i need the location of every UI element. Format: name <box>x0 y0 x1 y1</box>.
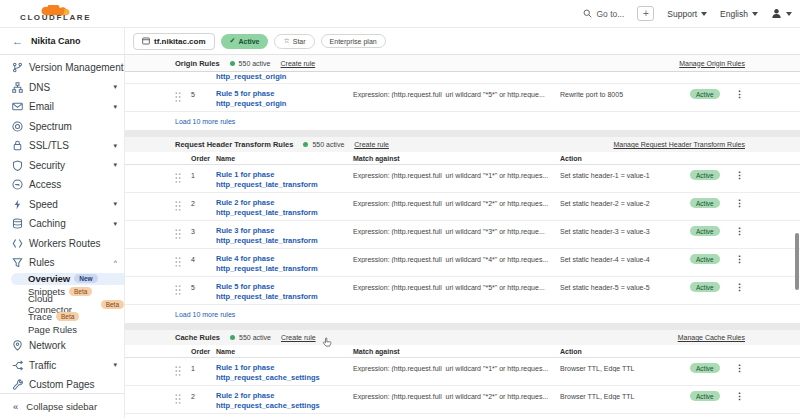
manage-rules-link[interactable]: Manage Origin Rules <box>679 60 745 67</box>
sidebar-subitem-page-rules[interactable]: Page Rules <box>0 323 124 336</box>
kebab-menu-icon[interactable]: ⋮ <box>735 358 750 373</box>
cloudflare-dashboard: CLOUDFLARE Go to... + Support English <box>0 0 800 418</box>
sidebar-item-workers-routes[interactable]: Workers Routes <box>0 234 124 254</box>
load-more-link[interactable]: Load 10 more rules <box>175 118 235 125</box>
kebab-menu-icon[interactable]: ⋮ <box>735 193 750 208</box>
rule-order: 1 <box>191 165 216 179</box>
active-badge: Active <box>690 254 720 264</box>
rule-action: Browser TTL, Edge TTL <box>560 386 690 400</box>
speed-icon <box>12 199 23 210</box>
sidebar-subitem-cloud-connector[interactable]: Cloud ConnectorBeta <box>0 298 124 311</box>
load-more-link[interactable]: Load 10 more rules <box>175 311 235 318</box>
rule-action: Set static header-5 = value-5 <box>560 277 690 291</box>
kebab-menu-icon[interactable]: ⋮ <box>735 84 750 99</box>
sidebar-item-caching[interactable]: Caching▾ <box>0 214 124 234</box>
status-dot-icon <box>230 335 235 340</box>
scrollbar-thumb[interactable] <box>795 233 799 290</box>
drag-handle-icon[interactable] <box>175 193 191 211</box>
rule-action: Browser TTL, Edge TTL <box>560 358 690 372</box>
rule-name-link[interactable]: Rule 2 for phasehttp_request_cache_setti… <box>216 386 353 411</box>
email-icon <box>12 101 23 112</box>
sidebar-item-spectrum[interactable]: Spectrum <box>0 117 124 137</box>
rule-expression: Expression: (http.request.full_uri wildc… <box>353 386 560 400</box>
create-rule-link[interactable]: Create rule <box>281 60 316 67</box>
table-row: 1Rule 1 for phasehttp_request_cache_sett… <box>125 358 800 386</box>
cloudflare-logo[interactable]: CLOUDFLARE <box>20 5 91 22</box>
sidebar-item-speed[interactable]: Speed▾ <box>0 195 124 215</box>
load-more-row: Load 10 more rules <box>125 305 800 323</box>
kebab-menu-icon[interactable]: ⋮ <box>735 386 750 401</box>
sidebar-item-dns[interactable]: DNS▾ <box>0 78 124 98</box>
rule-name-link[interactable]: Rule 4 for phasehttp_request_late_transf… <box>216 249 353 274</box>
rules-sections: Origin Rules550 activeCreate ruleManage … <box>125 55 800 418</box>
table-row: 5Rule 5 for phasehttp_request_late_trans… <box>125 277 800 305</box>
network-icon <box>12 340 23 351</box>
section-title: Origin Rules <box>175 59 220 68</box>
active-badge: Active <box>690 282 720 292</box>
active-badge: Active <box>690 226 720 236</box>
rule-name-link[interactable]: Rule 2 for phasehttp_request_late_transf… <box>216 193 353 218</box>
drag-handle-icon[interactable] <box>175 358 191 376</box>
rule-name-link[interactable]: Rule 5 for phasehttp_request_origin <box>216 84 353 109</box>
rule-name-link[interactable]: Rule 3 for phasehttp_request_cache_setti… <box>216 414 353 418</box>
drag-handle-icon[interactable] <box>175 277 191 295</box>
sidebar-item-traffic[interactable]: Traffic▾ <box>0 355 124 375</box>
rule-order: 2 <box>191 193 216 207</box>
rule-expression: Expression: (http.request.full_uri wildc… <box>353 165 560 179</box>
manage-rules-link[interactable]: Manage Cache Rules <box>678 334 745 341</box>
drag-handle-icon[interactable] <box>175 386 191 404</box>
rule-action: Rewrite port to 8005 <box>560 84 690 98</box>
drag-handle-icon[interactable] <box>175 414 191 418</box>
section-title: Request Header Transform Rules <box>175 140 293 149</box>
add-site-button[interactable]: + <box>637 6 654 21</box>
language-menu[interactable]: English <box>720 9 758 19</box>
back-arrow-icon[interactable]: ← <box>12 35 23 47</box>
sidebar-item-custom-pages[interactable]: Custom Pages <box>0 375 124 395</box>
user-menu[interactable] <box>771 8 792 19</box>
sidebar-item-rules[interactable]: Rules^ <box>0 253 124 273</box>
sidebar-item-security[interactable]: Security▾ <box>0 156 124 176</box>
new-badge: New <box>74 274 97 283</box>
drag-handle-icon[interactable] <box>175 84 191 102</box>
rule-expression: Expression: (http.request.full_uri wildc… <box>353 84 560 98</box>
create-rule-link[interactable]: Create rule <box>354 141 389 148</box>
traffic-icon <box>12 360 23 371</box>
kebab-menu-icon[interactable]: ⋮ <box>735 414 750 418</box>
kebab-menu-icon[interactable]: ⋮ <box>735 249 750 264</box>
rule-name-link[interactable]: Rule 1 for phasehttp_request_cache_setti… <box>216 358 353 383</box>
kebab-menu-icon[interactable]: ⋮ <box>735 165 750 180</box>
table-row: 1Rule 1 for phasehttp_request_late_trans… <box>125 165 800 193</box>
drag-handle-icon[interactable] <box>175 249 191 267</box>
table-row: 4Rule 4 for phasehttp_request_late_trans… <box>125 249 800 277</box>
goto-search[interactable]: Go to... <box>583 9 624 19</box>
kebab-menu-icon[interactable]: ⋮ <box>735 221 750 236</box>
sidebar-item-access[interactable]: Access <box>0 175 124 195</box>
sidebar-subitem-trace[interactable]: TraceBeta <box>0 311 124 324</box>
sidebar-item-ssl-tls[interactable]: SSL/TLS▾ <box>0 136 124 156</box>
shield-icon <box>12 160 23 171</box>
domain-selector[interactable]: tf.nikitac.com <box>133 33 215 50</box>
chevron-down-icon: ▾ <box>113 361 117 369</box>
support-menu[interactable]: Support <box>667 9 707 19</box>
check-icon: ✓ <box>230 37 236 45</box>
rule-name-link[interactable]: Rule 3 for phasehttp_request_late_transf… <box>216 221 353 246</box>
sidebar-item-version-management[interactable]: Version Management <box>0 58 124 78</box>
chevron-down-icon <box>752 12 758 16</box>
create-rule-link[interactable]: Create rule <box>281 334 316 341</box>
rule-name-link[interactable]: http_request_origin <box>216 72 353 84</box>
sidebar-item-email[interactable]: Email▾ <box>0 97 124 117</box>
rule-name-link[interactable]: Rule 1 for phasehttp_request_late_transf… <box>216 165 353 190</box>
rule-name-link[interactable]: Rule 5 for phasehttp_request_late_transf… <box>216 277 353 302</box>
drag-handle-icon[interactable] <box>175 165 191 183</box>
collapse-sidebar-button[interactable]: « Collapse sidebar <box>0 393 124 418</box>
drag-handle-icon[interactable] <box>175 221 191 239</box>
git-branch-icon <box>12 62 23 73</box>
account-name: Nikita Cano <box>31 36 81 46</box>
manage-rules-link[interactable]: Manage Request Header Transform Rules <box>613 141 745 148</box>
star-button[interactable]: ☆ Star <box>274 34 314 49</box>
site-icon <box>142 37 150 45</box>
sidebar-subitem-overview[interactable]: OverviewNew <box>11 273 124 286</box>
sidebar-item-network[interactable]: Network <box>0 336 124 356</box>
kebab-menu-icon[interactable]: ⋮ <box>735 277 750 292</box>
active-count: 550 active <box>239 60 271 67</box>
